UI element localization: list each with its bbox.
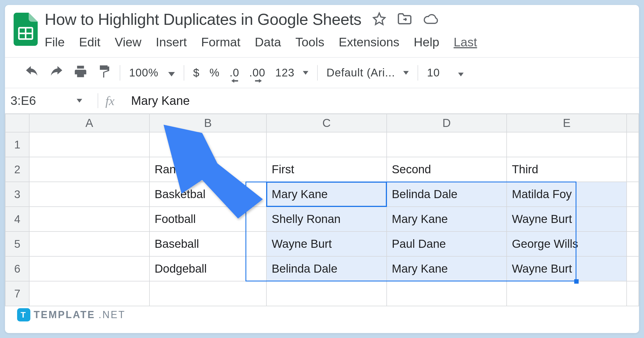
cell[interactable] <box>149 281 267 306</box>
percent-button[interactable]: % <box>210 66 220 79</box>
cell[interactable]: Ranking <box>149 157 267 182</box>
zoom-level[interactable]: 100% <box>129 66 158 79</box>
menu-data[interactable]: Data <box>255 35 281 49</box>
row-header-2[interactable]: 2 <box>5 157 29 182</box>
star-icon[interactable] <box>372 12 386 27</box>
cell[interactable] <box>507 132 627 157</box>
cell[interactable]: Mary Kane <box>387 207 507 231</box>
font-family-label: Default (Ari... <box>327 66 395 79</box>
number-format-button[interactable]: 123 <box>275 66 308 79</box>
currency-button[interactable]: $ <box>193 66 199 79</box>
column-header-b[interactable]: B <box>149 114 267 132</box>
cell[interactable]: Football <box>149 207 267 231</box>
cell[interactable] <box>627 157 639 182</box>
font-size-input[interactable]: 10 <box>427 66 440 79</box>
formula-input[interactable]: Mary Kane <box>131 94 190 108</box>
row-header-5[interactable]: 5 <box>5 231 29 256</box>
cell[interactable] <box>29 256 149 281</box>
cell[interactable] <box>387 132 507 157</box>
watermark: T TEMPLATE.NET <box>17 308 125 321</box>
name-box-value: 3:E6 <box>10 94 36 108</box>
menu-view[interactable]: View <box>115 35 141 49</box>
column-header-e[interactable]: E <box>507 114 627 132</box>
document-title[interactable]: How to Highlight Duplicates in Google Sh… <box>45 10 361 28</box>
cell[interactable] <box>149 132 267 157</box>
app-window: How to Highlight Duplicates in Google Sh… <box>5 5 639 333</box>
row-header-7[interactable]: 7 <box>5 281 29 306</box>
menu-extensions[interactable]: Extensions <box>339 35 399 49</box>
cell[interactable] <box>29 132 149 157</box>
formula-bar: 3:E6 fx Mary Kane <box>5 88 639 114</box>
undo-icon[interactable] <box>25 66 39 80</box>
cell[interactable] <box>627 132 639 157</box>
column-header-a[interactable]: A <box>29 114 149 132</box>
column-header-extra[interactable] <box>627 114 639 132</box>
menu-last-edit[interactable]: Last <box>454 35 477 49</box>
decrease-decimal-label: .0 <box>229 66 239 79</box>
cell[interactable] <box>29 207 149 231</box>
increase-decimal-button[interactable]: .00 <box>249 66 266 79</box>
number-format-label: 123 <box>275 66 295 79</box>
decrease-decimal-button[interactable]: .0 <box>229 66 239 79</box>
cell[interactable] <box>627 231 639 256</box>
spreadsheet-grid[interactable]: A B C D E 1 2 Ranking First <box>5 114 639 306</box>
cell[interactable]: Wayne Burt <box>266 231 386 256</box>
cell[interactable]: Wayne Burt <box>507 256 627 281</box>
menu-format[interactable]: Format <box>201 35 241 49</box>
cell[interactable]: Belinda Dale <box>387 182 507 207</box>
row-header-1[interactable]: 1 <box>5 132 29 157</box>
cell[interactable]: First <box>266 157 386 182</box>
cell[interactable] <box>627 207 639 231</box>
cell[interactable] <box>507 281 627 306</box>
cell[interactable] <box>627 182 639 207</box>
cell[interactable]: Shelly Ronan <box>266 207 386 231</box>
fx-icon: fx <box>105 94 114 108</box>
column-header-c[interactable]: C <box>266 114 386 132</box>
cell[interactable]: Matilda Foy <box>507 182 627 207</box>
redo-icon[interactable] <box>49 66 63 80</box>
menu-file[interactable]: File <box>45 35 65 49</box>
cell[interactable] <box>29 157 149 182</box>
cloud-status-icon[interactable] <box>423 13 439 26</box>
cell[interactable] <box>29 281 149 306</box>
move-folder-icon[interactable] <box>397 12 412 26</box>
column-header-d[interactable]: D <box>387 114 507 132</box>
cell[interactable] <box>387 281 507 306</box>
cell-active[interactable]: Mary Kane <box>266 182 386 207</box>
paint-format-icon[interactable] <box>98 64 111 81</box>
watermark-suffix: .NET <box>98 309 125 321</box>
select-all-corner[interactable] <box>5 114 29 132</box>
cell[interactable]: Third <box>507 157 627 182</box>
cell[interactable]: Paul Dane <box>387 231 507 256</box>
row-header-6[interactable]: 6 <box>5 256 29 281</box>
cell[interactable]: Mary Kane <box>387 256 507 281</box>
chevron-down-icon[interactable] <box>77 99 82 103</box>
cell[interactable]: Baseball <box>149 231 267 256</box>
menu-edit[interactable]: Edit <box>79 35 101 49</box>
cell[interactable]: Basketbal <box>149 182 267 207</box>
menu-tools[interactable]: Tools <box>295 35 324 49</box>
cell[interactable] <box>29 182 149 207</box>
cell[interactable]: Second <box>387 157 507 182</box>
chevron-down-icon[interactable] <box>458 66 464 79</box>
separator <box>98 93 98 108</box>
watermark-text: TEMPLATE <box>34 309 95 321</box>
cell[interactable]: Wayne Burt <box>507 207 627 231</box>
name-box[interactable]: 3:E6 <box>10 94 90 108</box>
font-family-dropdown[interactable]: Default (Ari... <box>327 66 409 79</box>
menu-insert[interactable]: Insert <box>156 35 187 49</box>
sheets-logo-icon[interactable] <box>13 13 38 46</box>
row-header-4[interactable]: 4 <box>5 207 29 231</box>
cell[interactable]: George Wills <box>507 231 627 256</box>
row-header-3[interactable]: 3 <box>5 182 29 207</box>
cell[interactable] <box>627 256 639 281</box>
print-icon[interactable] <box>73 65 88 81</box>
chevron-down-icon[interactable] <box>168 66 175 79</box>
cell[interactable]: Belinda Dale <box>266 256 386 281</box>
cell[interactable] <box>627 281 639 306</box>
cell[interactable]: Dodgeball <box>149 256 267 281</box>
cell[interactable] <box>266 132 386 157</box>
menu-help[interactable]: Help <box>414 35 439 49</box>
cell[interactable] <box>266 281 386 306</box>
cell[interactable] <box>29 231 149 256</box>
